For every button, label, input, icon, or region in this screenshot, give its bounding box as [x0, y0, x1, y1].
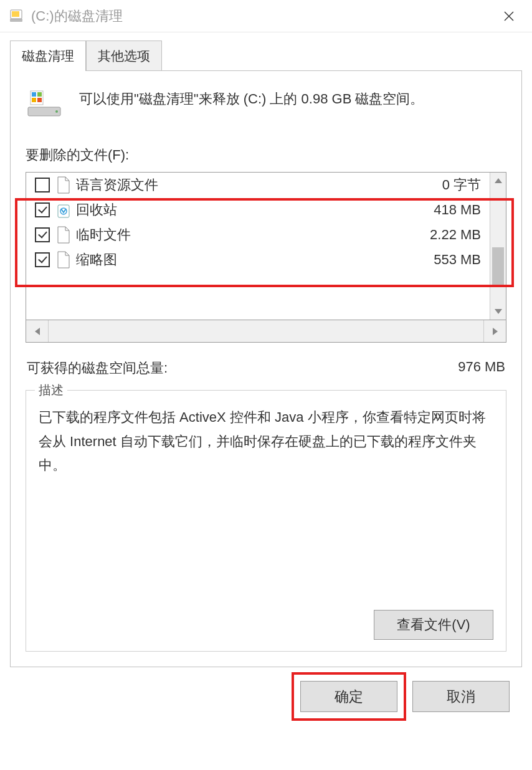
tab-panel: 可以使用"磁盘清理"来释放 (C:) 上的 0.98 GB 磁盘空间。 要删除的…: [10, 71, 522, 667]
file-icon: [56, 226, 71, 244]
file-checkbox[interactable]: [35, 252, 50, 267]
close-button[interactable]: [495, 2, 523, 31]
description-text: 已下载的程序文件包括 ActiveX 控件和 Java 小程序，你查看特定网页时…: [39, 406, 493, 478]
chevron-right-icon: [493, 328, 498, 335]
ok-button[interactable]: 确定: [300, 681, 397, 712]
file-icon: [56, 176, 71, 194]
file-row[interactable]: 缩略图553 MB: [26, 247, 490, 272]
description-group: 描述 已下载的程序文件包括 ActiveX 控件和 Java 小程序，你查看特定…: [26, 390, 506, 652]
file-list: 语言资源文件0 字节回收站418 MB临时文件2.22 MB缩略图553 MB: [26, 172, 506, 320]
file-row[interactable]: 语言资源文件0 字节: [26, 173, 490, 197]
file-size: 0 字节: [442, 176, 481, 194]
svg-rect-13: [58, 205, 69, 217]
file-size: 418 MB: [434, 202, 481, 218]
scroll-thumb[interactable]: [492, 247, 504, 287]
recycle-bin-icon: [56, 201, 71, 219]
total-value: 976 MB: [458, 359, 505, 378]
tab-label: 其他选项: [98, 49, 150, 63]
tab-disk-cleanup[interactable]: 磁盘清理: [10, 40, 86, 71]
description-legend: 描述: [35, 382, 67, 399]
file-checkbox[interactable]: [35, 227, 50, 242]
svg-rect-12: [37, 98, 42, 102]
file-size: 2.22 MB: [430, 227, 481, 243]
view-files-button[interactable]: 查看文件(V): [374, 610, 493, 640]
info-row: 可以使用"磁盘清理"来释放 (C:) 上的 0.98 GB 磁盘空间。: [26, 88, 506, 118]
svg-marker-18: [493, 328, 498, 335]
chevron-left-icon: [35, 328, 40, 335]
scroll-track[interactable]: [49, 320, 483, 342]
disk-cleanup-icon: [9, 9, 24, 24]
title-bar: (C:)的磁盘清理: [0, 0, 532, 32]
file-icon: [56, 251, 71, 269]
scroll-up-arrow[interactable]: [490, 173, 506, 189]
tab-label: 磁盘清理: [22, 49, 74, 63]
svg-marker-17: [35, 328, 40, 335]
svg-marker-16: [495, 309, 502, 314]
svg-rect-11: [32, 98, 36, 102]
button-label: 查看文件(V): [397, 616, 470, 634]
button-label: 确定: [335, 687, 363, 706]
file-size: 553 MB: [434, 252, 481, 268]
button-label: 取消: [447, 687, 475, 706]
svg-rect-10: [37, 92, 42, 97]
scroll-down-arrow[interactable]: [490, 303, 506, 320]
svg-rect-0: [10, 19, 22, 22]
total-label: 可获得的磁盘空间总量:: [27, 359, 168, 378]
tab-strip: 磁盘清理 其他选项: [10, 40, 522, 71]
svg-marker-15: [495, 178, 502, 183]
vertical-scrollbar[interactable]: [490, 173, 506, 320]
scroll-right-arrow[interactable]: [483, 320, 506, 342]
file-checkbox[interactable]: [35, 178, 50, 192]
file-checkbox[interactable]: [35, 202, 50, 217]
chevron-down-icon: [495, 309, 502, 314]
files-section-label: 要删除的文件(F):: [26, 146, 506, 164]
file-label: 临时文件: [76, 226, 424, 244]
dialog-footer: 确定 取消: [10, 667, 522, 712]
tab-more-options[interactable]: 其他选项: [86, 40, 162, 71]
close-icon: [503, 11, 515, 22]
total-space-row: 可获得的磁盘空间总量: 976 MB: [27, 359, 505, 378]
file-row[interactable]: 临时文件2.22 MB: [26, 222, 490, 247]
scroll-left-arrow[interactable]: [26, 320, 49, 342]
file-label: 缩略图: [76, 250, 427, 269]
window-title: (C:)的磁盘清理: [31, 7, 495, 26]
file-row[interactable]: 回收站418 MB: [26, 197, 490, 222]
info-text: 可以使用"磁盘清理"来释放 (C:) 上的 0.98 GB 磁盘空间。: [79, 88, 424, 109]
file-label: 语言资源文件: [76, 176, 436, 194]
drive-icon: [26, 88, 63, 118]
svg-rect-9: [32, 92, 36, 97]
file-label: 回收站: [76, 201, 427, 219]
chevron-up-icon: [495, 178, 502, 183]
svg-point-7: [55, 110, 58, 113]
horizontal-scrollbar[interactable]: [26, 320, 506, 343]
svg-rect-3: [12, 11, 19, 17]
cancel-button[interactable]: 取消: [412, 681, 510, 712]
